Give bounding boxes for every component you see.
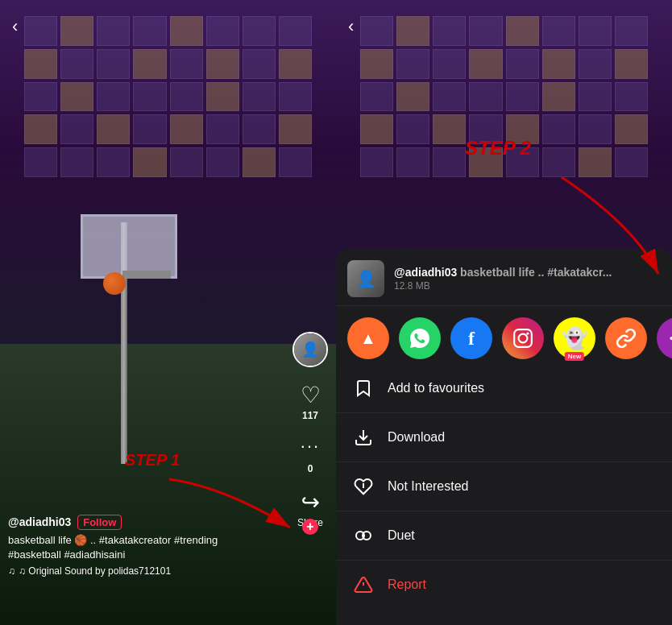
bookmark-icon: [352, 377, 375, 399]
heart-broken-icon: [352, 475, 375, 498]
comment-action[interactable]: 0: [308, 463, 313, 474]
report-label: Report: [388, 577, 426, 592]
right-back-arrow[interactable]: ‹: [348, 16, 354, 37]
duet-item[interactable]: Duet: [336, 511, 672, 561]
download-label: Download: [388, 430, 445, 445]
step1-label: STEP 1: [125, 451, 180, 470]
instagram-icon: [502, 317, 544, 359]
sound-info: ♫ ♫ Original Sound by polidas712101: [8, 565, 288, 577]
comment-count: 0: [308, 463, 313, 474]
username: @adiadhi03: [8, 515, 71, 528]
aptoid-icon: ▲: [347, 317, 389, 359]
follow-button[interactable]: Follow: [77, 515, 122, 530]
three-dots-icon: ···: [301, 436, 320, 457]
heart-icon: ♡: [301, 382, 321, 408]
share-aptoid[interactable]: ▲: [347, 317, 389, 359]
new-badge: New: [565, 352, 584, 361]
duet-icon: [352, 524, 375, 547]
share-embed[interactable]: </>: [657, 317, 672, 359]
avatar-container[interactable]: 👤 +: [292, 332, 328, 367]
left-panel: ‹ STEP 1 👤 + ♡ 117 ··· 0: [0, 0, 336, 625]
user-avatar: 👤: [292, 332, 328, 367]
bottom-sheet: 👤 @adiadhi03 basketball life .. #takatak…: [336, 249, 672, 625]
duet-label: Duet: [388, 528, 415, 543]
not-interested-label: Not Interested: [388, 479, 469, 494]
warning-icon: [352, 573, 375, 596]
link-icon: [605, 317, 647, 359]
share-instagram[interactable]: [502, 317, 544, 359]
report-item[interactable]: Report: [336, 561, 672, 609]
share-icons-row: ▲ f: [336, 306, 672, 364]
music-note-icon: ♫: [8, 565, 15, 577]
download-icon: [352, 426, 375, 449]
svg-point-3: [519, 334, 528, 343]
embed-icon: </>: [657, 317, 672, 359]
not-interested-item[interactable]: Not Interested: [336, 462, 672, 511]
like-count: 117: [302, 410, 318, 421]
facebook-icon: f: [450, 317, 492, 359]
left-back-arrow[interactable]: ‹: [12, 16, 18, 37]
step2-arrow: [513, 161, 672, 290]
add-to-favourites-label: Add to favourites: [388, 381, 484, 395]
download-item[interactable]: Download: [336, 413, 672, 462]
share-link[interactable]: [605, 317, 647, 359]
step1-arrow: [161, 471, 306, 544]
share-snapchat[interactable]: 👻 New: [554, 317, 595, 359]
right-panel: ‹ STEP 2 👤 @adiadhi03 basketball life ..…: [336, 0, 672, 625]
like-action[interactable]: ♡ 117: [301, 382, 321, 421]
share-whatsapp[interactable]: [399, 317, 441, 359]
svg-rect-2: [514, 329, 532, 347]
whatsapp-icon: [399, 317, 441, 359]
three-dots-action[interactable]: ···: [301, 436, 320, 457]
sound-name: ♫ Original Sound by polidas712101: [19, 565, 171, 577]
share-facebook[interactable]: f: [450, 317, 492, 359]
step2-label: STEP 2: [465, 137, 531, 159]
add-to-favourites-item[interactable]: Add to favourites: [336, 364, 672, 413]
sheet-avatar: 👤: [347, 260, 384, 297]
svg-point-4: [526, 332, 529, 334]
